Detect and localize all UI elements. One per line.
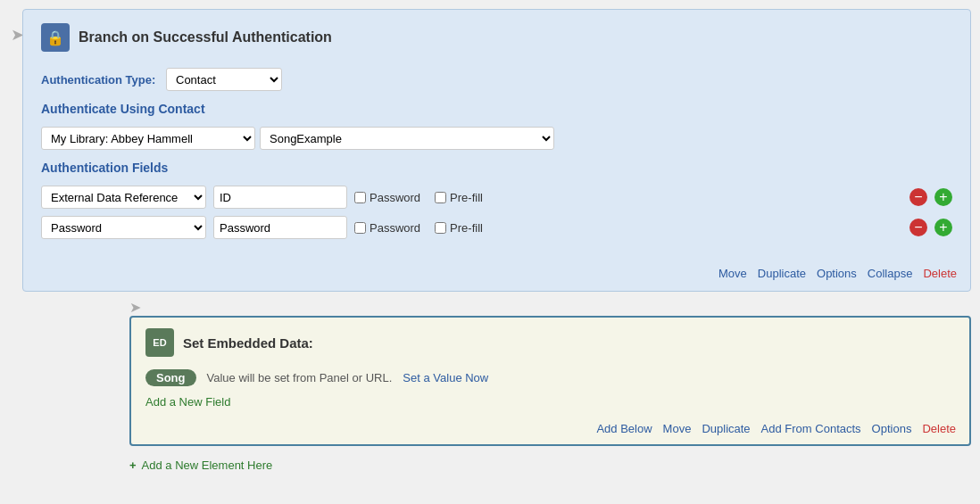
- library-select[interactable]: My Library: Abbey Hammell: [41, 127, 255, 150]
- add-field-button-2[interactable]: +: [934, 219, 952, 236]
- value-set-text: Value will be set from Panel or URL.: [207, 371, 393, 384]
- password-label-2: Password: [370, 221, 420, 235]
- embedded-header: ED Set Embedded Data:: [145, 328, 955, 357]
- remove-field-button-2[interactable]: −: [909, 219, 927, 236]
- field-type-select-2[interactable]: Password: [41, 216, 206, 239]
- set-value-link[interactable]: Set a Value Now: [403, 371, 488, 384]
- add-element-row: + Add a New Element Here: [129, 459, 980, 472]
- page-wrapper: ➤ 🔒 Branch on Successful Authentication …: [0, 9, 980, 504]
- auth-fields-title: Authentication Fields: [41, 161, 952, 175]
- field-value-input-2[interactable]: [213, 216, 347, 239]
- add-field-button-1[interactable]: +: [934, 188, 952, 206]
- embedded-field-row: Song Value will be set from Panel or URL…: [145, 369, 955, 386]
- embedded-options-link[interactable]: Options: [872, 422, 912, 435]
- embedded-duplicate-link[interactable]: Duplicate: [702, 422, 750, 435]
- embedded-icon: ED: [145, 328, 174, 357]
- embedded-block: ED Set Embedded Data: Song Value will be…: [129, 316, 971, 446]
- branch-lock-icon: 🔒: [41, 23, 70, 52]
- auth-field-row-2: Password Password Pre-fill − +: [41, 216, 952, 239]
- auth-fields-section: Authentication Fields External Data Refe…: [41, 161, 952, 239]
- field-type-select-1[interactable]: External Data Reference: [41, 186, 206, 209]
- prefill-checkbox-group-2: Pre-fill: [435, 221, 483, 235]
- prefill-checkbox-group-1: Pre-fill: [435, 191, 483, 204]
- branch-delete-link[interactable]: Delete: [923, 267, 957, 280]
- prefill-label-1: Pre-fill: [450, 191, 483, 204]
- embedded-title: Set Embedded Data:: [183, 335, 313, 351]
- add-new-field-row: Add a New Field: [145, 395, 955, 409]
- contact-select[interactable]: SongExample: [260, 127, 554, 150]
- branch-collapse-link[interactable]: Collapse: [868, 267, 913, 280]
- embedded-block-wrapper: ED Set Embedded Data: Song Value will be…: [129, 316, 971, 446]
- right-arrow: ➤: [22, 293, 152, 316]
- prefill-checkbox-2[interactable]: [435, 222, 446, 234]
- branch-block-actions: Move Duplicate Options Collapse Delete: [718, 267, 957, 280]
- add-new-element-link[interactable]: Add a New Element Here: [142, 459, 273, 472]
- song-badge: Song: [145, 369, 196, 386]
- auth-contact-row: My Library: Abbey Hammell SongExample: [41, 127, 952, 150]
- plus-icon: +: [129, 459, 137, 472]
- embedded-add-below-link[interactable]: Add Below: [596, 422, 652, 435]
- auth-type-label: Authentication Type:: [41, 73, 157, 87]
- embedded-add-from-contacts-link[interactable]: Add From Contacts: [761, 422, 861, 435]
- branch-duplicate-link[interactable]: Duplicate: [758, 267, 806, 280]
- embedded-actions: Add Below Move Duplicate Add From Contac…: [596, 422, 956, 435]
- branch-block: 🔒 Branch on Successful Authentication Au…: [22, 9, 971, 292]
- prefill-label-2: Pre-fill: [450, 221, 483, 235]
- branch-title: Branch on Successful Authentication: [79, 29, 332, 45]
- add-new-field-link[interactable]: Add a New Field: [145, 395, 230, 409]
- password-checkbox-1[interactable]: [354, 192, 366, 203]
- connector-lines: ➤: [22, 292, 152, 316]
- auth-type-row: Authentication Type: Contact: [41, 68, 952, 91]
- remove-field-button-1[interactable]: −: [909, 188, 927, 206]
- password-checkbox-2[interactable]: [354, 222, 366, 234]
- embedded-delete-link[interactable]: Delete: [922, 422, 956, 435]
- branch-header: 🔒 Branch on Successful Authentication: [41, 23, 952, 52]
- field-value-input-1[interactable]: [213, 186, 347, 209]
- password-label-1: Password: [370, 191, 420, 204]
- auth-type-select[interactable]: Contact: [166, 68, 282, 91]
- embedded-move-link[interactable]: Move: [663, 422, 692, 435]
- branch-options-link[interactable]: Options: [817, 267, 857, 280]
- branch-move-link[interactable]: Move: [718, 267, 747, 280]
- auth-field-row-1: External Data Reference Password Pre-fil…: [41, 186, 952, 209]
- password-checkbox-group-1: Password: [354, 191, 420, 204]
- connector-area: ➤: [22, 292, 980, 316]
- password-checkbox-group-2: Password: [354, 221, 420, 235]
- auth-contact-section-title: Authenticate Using Contact: [41, 102, 952, 116]
- prefill-checkbox-1[interactable]: [435, 192, 446, 203]
